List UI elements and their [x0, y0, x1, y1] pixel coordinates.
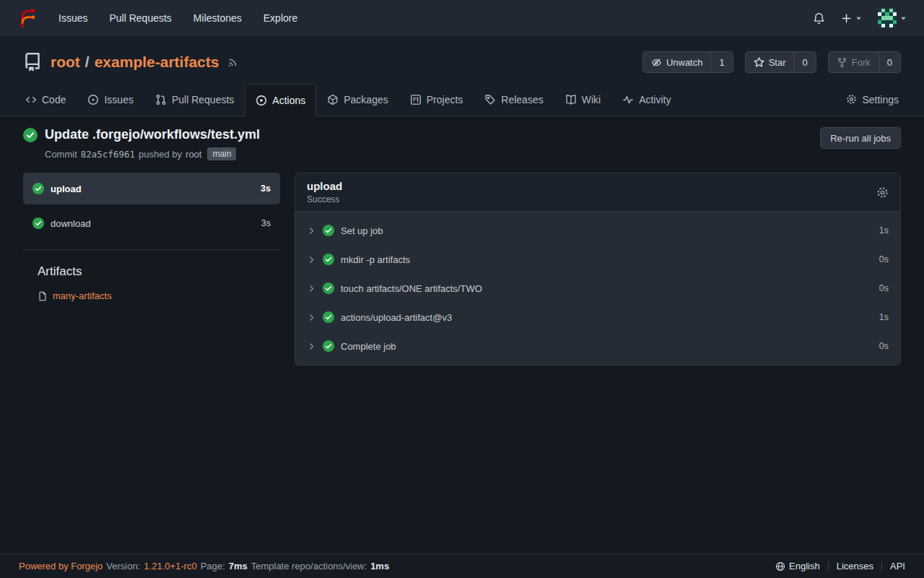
navbar-right [813, 9, 907, 27]
repo-breadcrumb: root / example-artifacts [51, 53, 219, 71]
version-label: Version: [106, 561, 140, 571]
star-button[interactable]: Star 0 [745, 51, 816, 73]
chevron-right-icon [307, 226, 316, 236]
success-check-icon [323, 282, 334, 294]
star-count: 0 [794, 52, 816, 72]
fork-button[interactable]: Fork 0 [828, 51, 901, 73]
tag-icon [484, 94, 496, 105]
step-label: Complete job [341, 341, 396, 352]
repo-owner-link[interactable]: root [51, 53, 80, 71]
artifact-item[interactable]: many-artifacts [23, 290, 280, 301]
job-duration: 3s [261, 184, 271, 194]
step-duration: 0s [879, 283, 889, 293]
tab-settings[interactable]: Settings [835, 83, 910, 116]
chevron-right-icon [307, 342, 316, 351]
repo-name-link[interactable]: example-artifacts [95, 53, 219, 71]
jobs-sidebar: upload 3s download 3s Artifacts [23, 173, 280, 366]
notifications-bell-icon[interactable] [813, 12, 825, 25]
tab-actions[interactable]: Actions [245, 84, 316, 116]
api-link[interactable]: API [890, 561, 905, 571]
fork-count: 0 [879, 52, 900, 72]
issue-icon [87, 94, 99, 105]
repo-tabs: Code Issues Pull Requests Actions [0, 83, 924, 116]
licenses-link[interactable]: Licenses [837, 561, 873, 571]
pusher-link[interactable]: root [186, 149, 201, 160]
play-circle-icon [256, 95, 267, 106]
rss-icon[interactable] [227, 57, 238, 68]
job-detail-name: upload [307, 180, 342, 192]
artifacts-heading: Artifacts [23, 264, 280, 279]
tab-packages[interactable]: Packages [316, 83, 398, 116]
breadcrumb-separator: / [85, 53, 90, 71]
fork-icon [837, 57, 847, 68]
page: Issues Pull Requests Milestones Explore [0, 0, 924, 578]
nav-link-issues[interactable]: Issues [48, 0, 98, 36]
create-new-button[interactable] [841, 13, 862, 24]
step-label: mkdir -p artifacts [341, 254, 410, 265]
unwatch-button[interactable]: Unwatch 1 [642, 51, 733, 73]
step-row-mkdir[interactable]: mkdir -p artifacts 0s [295, 245, 900, 274]
template-time-label: Template repo/actions/view: [251, 561, 367, 571]
success-check-icon [23, 128, 38, 142]
step-label: actions/upload-artifact@v3 [341, 312, 452, 323]
step-row-upload-artifact[interactable]: actions/upload-artifact@v3 1s [295, 303, 900, 332]
nav-link-milestones[interactable]: Milestones [183, 0, 253, 36]
tab-code[interactable]: Code [14, 83, 77, 116]
success-check-icon [32, 217, 44, 229]
job-item-download[interactable]: download 3s [23, 207, 280, 239]
step-duration: 1s [879, 225, 889, 236]
success-check-icon [323, 225, 334, 236]
success-check-icon [323, 254, 334, 265]
star-icon [754, 57, 764, 68]
top-navbar: Issues Pull Requests Milestones Explore [0, 0, 924, 36]
forgejo-logo-icon[interactable] [17, 8, 38, 28]
success-check-icon [323, 340, 334, 352]
job-item-upload[interactable]: upload 3s [23, 173, 280, 204]
package-icon [327, 94, 339, 105]
nav-link-pull-requests[interactable]: Pull Requests [98, 0, 182, 36]
language-selector[interactable]: English [775, 561, 820, 571]
step-label: Set up job [341, 225, 383, 236]
footer: Powered by Forgejo Version: 1.21.0+1-rc0… [0, 553, 924, 578]
avatar[interactable] [878, 9, 897, 27]
plus-icon [841, 13, 852, 24]
tab-issues[interactable]: Issues [77, 83, 144, 116]
eye-off-icon [651, 57, 662, 68]
pulse-icon [622, 94, 634, 105]
step-label: touch artifacts/ONE artifacts/TWO [341, 283, 482, 294]
step-row-touch[interactable]: touch artifacts/ONE artifacts/TWO 0s [295, 274, 900, 303]
step-duration: 0s [879, 341, 889, 351]
tab-pull-requests[interactable]: Pull Requests [144, 83, 245, 116]
powered-by-link[interactable]: Powered by Forgejo [19, 561, 103, 571]
branch-badge[interactable]: main [207, 147, 236, 160]
pushed-by-label: pushed by [139, 149, 182, 160]
sidebar-divider [23, 249, 280, 250]
chevron-right-icon [307, 284, 316, 293]
globe-icon [775, 561, 785, 571]
step-row-setup-job[interactable]: Set up job 1s [295, 216, 900, 245]
code-icon [25, 94, 37, 105]
repo-action-buttons: Unwatch 1 Star 0 [642, 51, 901, 73]
success-check-icon [32, 183, 44, 194]
repo-header: root / example-artifacts [0, 36, 924, 116]
chevron-down-icon [900, 15, 907, 22]
step-list: Set up job 1s mkdir -p artifacts 0s touc… [295, 212, 900, 365]
step-duration: 1s [879, 312, 889, 322]
gear-icon [846, 94, 857, 105]
step-row-complete-job[interactable]: Complete job 0s [295, 332, 900, 361]
footer-divider [881, 561, 882, 571]
pull-request-icon [155, 94, 167, 105]
nav-link-explore[interactable]: Explore [253, 0, 308, 36]
version-link[interactable]: 1.21.0+1-rc0 [144, 561, 196, 571]
tab-projects[interactable]: Projects [399, 83, 474, 116]
file-icon [38, 291, 48, 301]
tab-wiki[interactable]: Wiki [554, 83, 611, 116]
rerun-all-jobs-button[interactable]: Re-run all jobs [820, 127, 901, 149]
actions-run-view: Update .forgejo/workflows/test.yml Commi… [0, 116, 924, 553]
commit-label: Commit [45, 149, 77, 160]
tab-activity[interactable]: Activity [611, 83, 681, 116]
job-options-gear-icon[interactable] [876, 186, 889, 199]
user-menu[interactable] [878, 9, 907, 27]
commit-sha-link[interactable]: 82a5cf6961 [81, 149, 135, 160]
tab-releases[interactable]: Releases [474, 83, 554, 116]
